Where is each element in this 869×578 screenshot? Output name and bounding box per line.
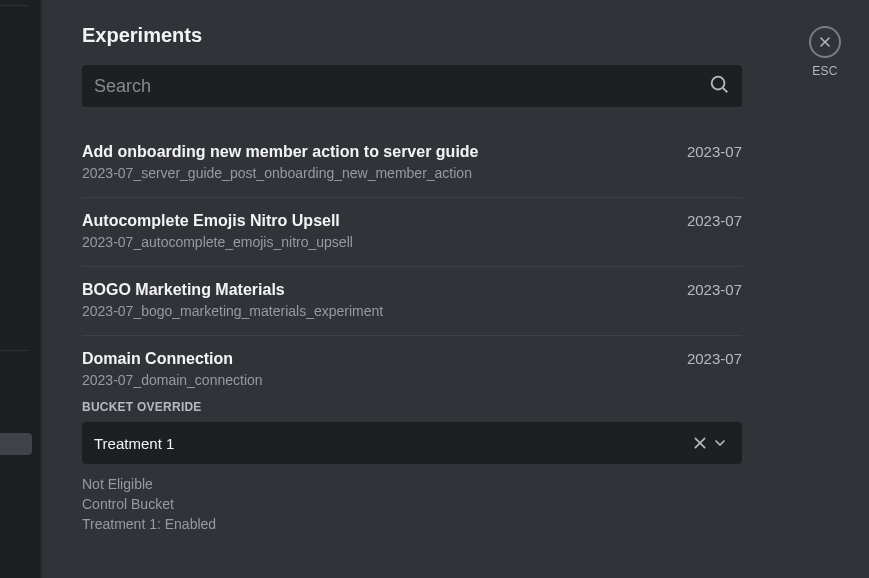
gutter-divider	[0, 5, 28, 6]
left-gutter	[0, 0, 42, 578]
experiment-id: 2023-07_domain_connection	[82, 372, 742, 388]
experiment-id: 2023-07_bogo_marketing_materials_experim…	[82, 303, 742, 319]
settings-panel: ESC Experiments Add onboarding new membe…	[42, 0, 869, 578]
svg-line-3	[723, 88, 727, 92]
experiment-row[interactable]: Autocomplete Emojis Nitro Upsell 2023-07…	[82, 198, 742, 267]
experiment-title: Domain Connection	[82, 350, 233, 368]
selected-channel-marker	[0, 433, 32, 455]
gutter-divider	[0, 350, 28, 351]
svg-point-2	[712, 77, 725, 90]
experiment-id: 2023-07_server_guide_post_onboarding_new…	[82, 165, 742, 181]
experiment-row[interactable]: Add onboarding new member action to serv…	[82, 129, 742, 198]
experiment-status-line: Not Eligible	[82, 474, 742, 494]
experiment-date: 2023-07	[687, 281, 742, 298]
clear-icon[interactable]	[690, 433, 710, 453]
experiment-row[interactable]: BOGO Marketing Materials 2023-07 2023-07…	[82, 267, 742, 336]
experiment-status-line: Treatment 1: Enabled	[82, 514, 742, 534]
experiment-title: Autocomplete Emojis Nitro Upsell	[82, 212, 340, 230]
experiment-title: BOGO Marketing Materials	[82, 281, 285, 299]
experiment-status-line: Control Bucket	[82, 494, 742, 514]
search-input[interactable]	[94, 76, 708, 97]
bucket-override-value: Treatment 1	[94, 435, 690, 452]
chevron-down-icon[interactable]	[710, 433, 730, 453]
experiment-row[interactable]: Domain Connection 2023-07 2023-07_domain…	[82, 336, 742, 550]
search-icon	[708, 73, 730, 99]
experiment-date: 2023-07	[687, 212, 742, 229]
close-button[interactable]	[809, 26, 841, 58]
bucket-override-label: BUCKET OVERRIDE	[82, 400, 742, 414]
esc-label: ESC	[812, 64, 837, 78]
experiment-date: 2023-07	[687, 350, 742, 367]
bucket-override-select[interactable]: Treatment 1	[82, 422, 742, 464]
page-title: Experiments	[82, 24, 742, 47]
experiment-title: Add onboarding new member action to serv…	[82, 143, 479, 161]
experiment-id: 2023-07_autocomplete_emojis_nitro_upsell	[82, 234, 742, 250]
search-field[interactable]	[82, 65, 742, 107]
experiment-date: 2023-07	[687, 143, 742, 160]
